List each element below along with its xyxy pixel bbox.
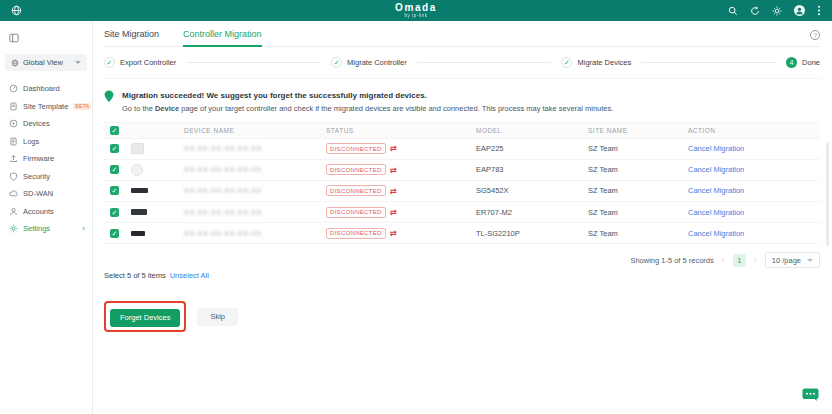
- device-name-blurred: XX-XX-XX-XX-XX-XX: [184, 187, 326, 194]
- table-row: ✓ XX-XX-XX-XX-XX-XX DISCONNECTED⇄ ER707-…: [104, 202, 820, 223]
- status-cell: DISCONNECTED⇄: [326, 143, 476, 154]
- status-cell: DISCONNECTED⇄: [326, 185, 476, 196]
- row-checkbox[interactable]: ✓: [110, 229, 119, 238]
- sidebar-item-logs[interactable]: Logs: [0, 133, 92, 151]
- sidebar-item-label: Firmware: [23, 154, 54, 163]
- tab-controller-migration[interactable]: Controller Migration: [183, 29, 262, 47]
- search-icon[interactable]: [728, 6, 738, 16]
- cancel-migration-link[interactable]: Cancel Migration: [688, 165, 820, 174]
- col-model: MODEL: [476, 127, 588, 134]
- step-connector: [641, 62, 776, 63]
- table-footer: Showing 1-5 of 5 records ‹ 1 › 10 /page: [104, 252, 820, 268]
- sidebar-item-label: Logs: [23, 137, 39, 146]
- row-checkbox[interactable]: ✓: [110, 165, 119, 174]
- col-status: STATUS: [326, 127, 476, 134]
- beta-badge: BETA: [73, 103, 91, 111]
- device-name-blurred: XX-XX-XX-XX-XX-XX: [184, 209, 326, 216]
- feedback-chat-icon[interactable]: [802, 388, 819, 406]
- row-checkbox[interactable]: ✓: [110, 144, 119, 153]
- settings-gear-icon: [9, 224, 18, 233]
- devices-table: ✓ DEVICE NAME STATUS MODEL SITE NAME ACT…: [104, 122, 820, 245]
- cancel-migration-link[interactable]: Cancel Migration: [688, 144, 820, 153]
- cloud-icon: [9, 189, 18, 198]
- chevron-down-icon: [75, 61, 81, 64]
- sidebar-item-firmware[interactable]: Firmware: [0, 150, 92, 168]
- step-check-icon: ✓: [561, 57, 572, 68]
- select-all-checkbox[interactable]: ✓: [110, 126, 119, 135]
- omada-logo: Omada by tp-link: [395, 0, 437, 21]
- sidebar-item-accounts[interactable]: Accounts: [0, 203, 92, 221]
- user-avatar[interactable]: [794, 5, 805, 16]
- forget-devices-button[interactable]: Forget Devices: [110, 309, 180, 327]
- gear-icon[interactable]: [772, 6, 782, 16]
- device-name-blurred: XX-XX-XX-XX-XX-XX: [184, 166, 326, 173]
- status-badge: DISCONNECTED: [326, 143, 386, 154]
- device-thumbnail: [126, 143, 184, 154]
- logo-subtext: by tp-link: [404, 13, 427, 18]
- sidebar-item-label: Security: [23, 172, 50, 181]
- status-cell: DISCONNECTED⇄: [326, 164, 476, 175]
- annotation-highlight: Forget Devices: [104, 301, 186, 332]
- cancel-migration-link[interactable]: Cancel Migration: [688, 186, 820, 195]
- site-template-icon: [9, 102, 18, 111]
- chevron-right-icon: ›: [82, 225, 85, 233]
- per-page-select[interactable]: 10 /page: [765, 252, 820, 268]
- unselect-all-link[interactable]: Unselect All: [170, 271, 209, 280]
- step-done: 4 Done: [786, 57, 820, 68]
- more-menu-icon[interactable]: [817, 5, 821, 16]
- page-prev-icon[interactable]: ‹: [722, 256, 725, 265]
- sidebar-item-label: Site Template: [23, 102, 68, 111]
- sidebar-item-site-template[interactable]: Site Template BETA: [0, 98, 92, 116]
- sidebar-item-label: Settings: [23, 224, 50, 233]
- migrating-icon: ⇄: [390, 144, 397, 153]
- apps-icon[interactable]: [11, 5, 22, 16]
- global-view-selector[interactable]: Global View: [5, 54, 87, 71]
- col-action: ACTION: [688, 127, 820, 134]
- col-site-name: SITE NAME: [588, 127, 688, 134]
- top-bar: Omada by tp-link: [0, 0, 832, 21]
- sidebar-item-sd-wan[interactable]: SD-WAN: [0, 185, 92, 203]
- migrating-icon: ⇄: [390, 229, 397, 238]
- sidebar-item-security[interactable]: Security: [0, 168, 92, 186]
- site-cell: SZ Team: [588, 144, 688, 153]
- main-content: Site Migration Controller Migration ? ✓ …: [94, 21, 832, 414]
- table-row: ✓ XX-XX-XX-XX-XX-XX DISCONNECTED⇄ EAP225…: [104, 139, 820, 160]
- row-checkbox[interactable]: ✓: [110, 208, 119, 217]
- migration-success-notice: Migration succeeded! We suggest you forg…: [104, 90, 820, 113]
- step-check-icon: ✓: [104, 57, 115, 68]
- device-page-emphasis: Device: [155, 104, 179, 113]
- devices-icon: [9, 119, 18, 128]
- person-icon: [9, 207, 18, 216]
- sidebar-item-dashboard[interactable]: Dashboard: [0, 80, 92, 98]
- refresh-icon[interactable]: [750, 6, 760, 16]
- row-checkbox[interactable]: ✓: [110, 186, 119, 195]
- cancel-migration-link[interactable]: Cancel Migration: [688, 208, 820, 217]
- notice-title: Migration succeeded! We suggest you forg…: [122, 91, 613, 100]
- selection-count: Select 5 of 5 items: [104, 271, 166, 280]
- help-icon[interactable]: ?: [810, 30, 820, 40]
- sidebar-item-label: SD-WAN: [23, 189, 53, 198]
- device-thumbnail: [126, 188, 184, 193]
- step-migrate-devices: ✓ Migrate Devices: [561, 57, 631, 68]
- skip-button[interactable]: Skip: [197, 308, 238, 326]
- sidebar-item-settings[interactable]: Settings ›: [0, 220, 92, 238]
- table-header-row: ✓ DEVICE NAME STATUS MODEL SITE NAME ACT…: [104, 122, 820, 139]
- dashboard-icon: [9, 84, 18, 93]
- migrating-icon: ⇄: [390, 187, 397, 196]
- page-number-current[interactable]: 1: [733, 254, 746, 267]
- col-device-name: DEVICE NAME: [184, 127, 326, 134]
- site-cell: SZ Team: [588, 165, 688, 174]
- device-name-blurred: XX-XX-XX-XX-XX-XX: [184, 145, 326, 152]
- scrollbar-thumb[interactable]: [826, 142, 830, 246]
- sidebar-item-label: Devices: [23, 119, 50, 128]
- sidebar-item-devices[interactable]: Devices: [0, 115, 92, 133]
- cancel-migration-link[interactable]: Cancel Migration: [688, 229, 820, 238]
- status-badge: DISCONNECTED: [326, 207, 386, 218]
- table-row: ✓ XX-XX-XX-XX-XX-XX DISCONNECTED⇄ TL-SG2…: [104, 223, 820, 244]
- model-cell: SG5452X: [476, 186, 588, 195]
- status-badge: DISCONNECTED: [326, 228, 386, 239]
- topbar-actions: [728, 5, 821, 16]
- page-next-icon[interactable]: ›: [754, 256, 757, 265]
- tab-site-migration[interactable]: Site Migration: [104, 29, 159, 46]
- sidebar-collapse-icon[interactable]: [0, 21, 92, 52]
